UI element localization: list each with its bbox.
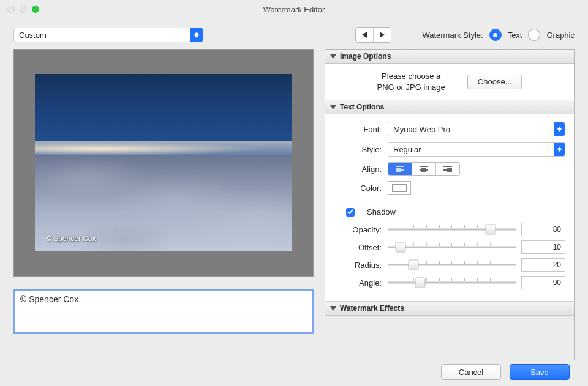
svg-marker-5 bbox=[557, 129, 562, 132]
radius-slider[interactable] bbox=[388, 259, 516, 271]
cancel-button[interactable]: Cancel bbox=[441, 364, 501, 380]
color-picker-button[interactable] bbox=[388, 181, 411, 195]
watermark-text-input[interactable]: © Spencer Cox bbox=[13, 289, 314, 334]
align-right-icon bbox=[443, 166, 452, 172]
next-button[interactable] bbox=[373, 28, 391, 42]
svg-marker-2 bbox=[362, 32, 367, 38]
preview-image: © Spencer Cox bbox=[35, 74, 292, 251]
radio-graphic-label: Graphic bbox=[546, 31, 575, 40]
check-icon bbox=[347, 209, 353, 215]
preset-value: Custom bbox=[19, 31, 47, 40]
prev-button[interactable] bbox=[356, 28, 373, 42]
offset-value[interactable]: 10 bbox=[521, 240, 565, 254]
disclosure-icon bbox=[330, 105, 336, 109]
font-select[interactable]: Myriad Web Pro bbox=[388, 122, 565, 136]
nav-segmented bbox=[355, 27, 391, 43]
options-panel: Image Options Please choose a PNG or JPG… bbox=[325, 49, 575, 360]
svg-marker-1 bbox=[194, 35, 199, 38]
color-label: Color: bbox=[334, 184, 382, 193]
shadow-checkbox[interactable] bbox=[346, 208, 355, 217]
triangle-right-icon bbox=[380, 32, 385, 38]
watermark-effects-header[interactable]: Watermark Effects bbox=[325, 301, 574, 316]
image-options-message: Please choose a PNG or JPG image bbox=[377, 71, 445, 92]
align-right-button[interactable] bbox=[435, 163, 459, 175]
shadow-label: Shadow bbox=[367, 207, 396, 217]
chevron-updown-icon bbox=[554, 122, 565, 136]
font-label: Font: bbox=[334, 125, 382, 134]
align-left-button[interactable] bbox=[388, 163, 412, 175]
svg-marker-3 bbox=[380, 32, 385, 38]
radio-text-label: Text bbox=[508, 31, 522, 40]
svg-marker-7 bbox=[557, 149, 562, 152]
watermark-style-label: Watermark Style: bbox=[422, 31, 483, 40]
style-label: Style: bbox=[334, 145, 382, 154]
radio-graphic[interactable] bbox=[528, 29, 540, 41]
opacity-value[interactable]: 80 bbox=[521, 223, 565, 236]
chevron-updown-icon bbox=[554, 143, 565, 156]
angle-value[interactable]: – 90 bbox=[521, 276, 565, 289]
offset-slider[interactable] bbox=[388, 241, 516, 253]
align-label: Align: bbox=[334, 165, 382, 174]
color-swatch bbox=[392, 184, 407, 192]
align-segmented bbox=[388, 162, 460, 176]
align-center-icon bbox=[420, 166, 428, 172]
radius-value[interactable]: 20 bbox=[521, 258, 565, 272]
choose-image-button[interactable]: Choose... bbox=[467, 75, 522, 89]
save-button[interactable]: Save bbox=[510, 364, 570, 380]
disclosure-icon bbox=[330, 306, 336, 311]
preset-select[interactable]: Custom bbox=[13, 28, 203, 42]
angle-slider[interactable] bbox=[388, 277, 516, 289]
window-title: Watermark Editor bbox=[0, 5, 588, 14]
preview-area: © Spencer Cox bbox=[13, 49, 314, 277]
text-options-header[interactable]: Text Options bbox=[325, 100, 574, 114]
titlebar: Watermark Editor bbox=[0, 0, 588, 18]
radio-text[interactable] bbox=[489, 29, 502, 41]
align-center-button[interactable] bbox=[412, 163, 435, 175]
opacity-slider[interactable] bbox=[388, 223, 516, 236]
disclosure-icon bbox=[330, 54, 336, 59]
watermark-overlay: © Spencer Cox bbox=[46, 234, 96, 243]
image-options-header[interactable]: Image Options bbox=[325, 50, 574, 64]
style-select[interactable]: Regular bbox=[388, 142, 565, 157]
chevron-updown-icon bbox=[190, 28, 203, 42]
triangle-left-icon bbox=[362, 32, 367, 38]
align-left-icon bbox=[396, 166, 404, 172]
